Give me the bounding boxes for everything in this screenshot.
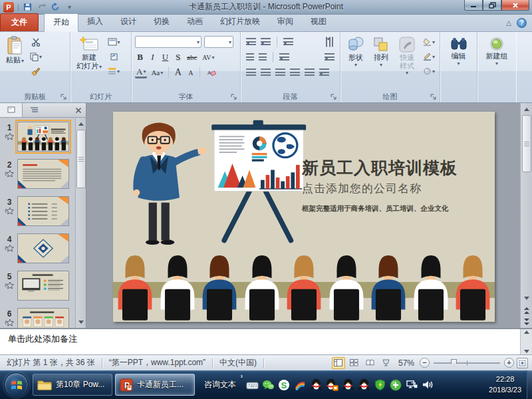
font-size-combobox[interactable]: [204, 36, 233, 48]
notes-scrollbar[interactable]: [520, 329, 532, 354]
tab-outline[interactable]: [23, 103, 45, 117]
close-panel-button[interactable]: [71, 107, 86, 114]
tab-6[interactable]: 审阅: [269, 13, 302, 31]
qq-badge-tray-icon[interactable]: [325, 378, 338, 392]
font-name-combobox[interactable]: [135, 36, 201, 48]
clear-formatting-button[interactable]: A: [204, 66, 219, 79]
help-button[interactable]: ?: [517, 18, 527, 28]
slide-thumbnail[interactable]: [17, 271, 69, 301]
panel-scrollbar-thumb[interactable]: [76, 130, 86, 188]
taskbar-button-0[interactable]: 第10章 Pow...: [33, 374, 112, 396]
reset-button[interactable]: [106, 50, 121, 63]
volume-tray-icon[interactable]: [421, 378, 434, 392]
fit-to-window-button[interactable]: [517, 358, 528, 368]
convert-smartart-button[interactable]: [319, 68, 329, 76]
clipboard-dialog-launcher-icon[interactable]: [61, 94, 67, 100]
align-right-button[interactable]: [275, 68, 285, 76]
show-desktop-button[interactable]: [527, 370, 532, 399]
tab-5[interactable]: 幻灯片放映: [211, 13, 269, 31]
align-center-button[interactable]: [261, 68, 271, 76]
shape-effects-button[interactable]: [422, 65, 436, 78]
redo-button[interactable]: [50, 2, 62, 13]
cut-button[interactable]: [29, 35, 43, 49]
slide-thumbnail[interactable]: [17, 122, 69, 152]
layout-button[interactable]: [106, 35, 121, 49]
zoom-slider[interactable]: [434, 362, 500, 364]
scroll-down-button[interactable]: [76, 317, 86, 327]
shapes-button[interactable]: 形状: [344, 35, 368, 90]
scroll-up-button[interactable]: [521, 104, 532, 114]
rainbow-tray-icon[interactable]: [293, 378, 307, 392]
columns-button[interactable]: [279, 53, 289, 61]
shape-fill-button[interactable]: [422, 35, 436, 49]
zoom-in-button[interactable]: +: [504, 358, 514, 368]
maximize-button[interactable]: [483, 0, 501, 11]
sogou-tray-icon[interactable]: S: [277, 378, 291, 392]
powerpoint-app-icon[interactable]: P: [3, 2, 14, 13]
strikethrough-button[interactable]: abc: [186, 52, 198, 63]
speedball-tray-icon[interactable]: [389, 378, 402, 392]
slide-thumbnail[interactable]: [17, 308, 69, 328]
new-slide-button[interactable]: 新建 幻灯片: [74, 35, 104, 90]
text-direction-button[interactable]: [326, 37, 334, 47]
format-painter-button[interactable]: [29, 65, 43, 78]
editing-button[interactable]: 编辑: [448, 35, 470, 90]
slideshow-view-button[interactable]: [380, 357, 393, 369]
zoom-percentage[interactable]: 57%: [396, 358, 417, 368]
increase-indent-button[interactable]: [259, 53, 267, 61]
italic-button[interactable]: I: [148, 52, 158, 63]
taskbar-button-1[interactable]: P卡通新员工...: [115, 374, 195, 396]
chevron-more-icon[interactable]: »: [240, 374, 243, 380]
font-color-button[interactable]: A: [135, 67, 147, 78]
decrease-indent-button[interactable]: [246, 53, 254, 61]
character-spacing-button[interactable]: AV: [201, 52, 215, 63]
distribute-button[interactable]: [305, 68, 315, 76]
underline-button[interactable]: U: [160, 52, 170, 63]
wechat-tray-icon[interactable]: [261, 378, 275, 392]
minimize-button[interactable]: [464, 0, 483, 11]
previous-slide-button[interactable]: [521, 305, 532, 315]
slide-thumbnail[interactable]: [17, 159, 69, 189]
normal-view-button[interactable]: [332, 357, 345, 369]
network-tray-icon[interactable]: [405, 378, 418, 392]
font-dialog-launcher-icon[interactable]: [231, 94, 237, 100]
shrink-font-button[interactable]: A: [186, 67, 196, 78]
new-group-button[interactable]: 新建组: [483, 35, 511, 90]
qq-tray-icon[interactable]: [357, 378, 370, 392]
taskbar-button-2[interactable]: 咨询文本»: [198, 374, 243, 396]
undo-button[interactable]: [36, 2, 48, 13]
scroll-down-button[interactable]: [521, 293, 532, 303]
drawing-dialog-launcher-icon[interactable]: [430, 94, 437, 100]
start-button[interactable]: [4, 372, 29, 397]
canvas-scrollbar-thumb[interactable]: [522, 115, 531, 172]
reading-view-button[interactable]: [364, 357, 377, 369]
scroll-up-button[interactable]: [76, 118, 86, 129]
tab-1[interactable]: 插入: [78, 13, 112, 31]
next-slide-button[interactable]: [521, 317, 532, 327]
zoom-slider-thumb[interactable]: [451, 359, 457, 367]
tab-3[interactable]: 切换: [145, 13, 178, 31]
tab-slides-thumbnails[interactable]: [0, 103, 23, 117]
copy-button[interactable]: [29, 50, 43, 63]
bullets-button[interactable]: [246, 38, 256, 46]
qq-tray-icon[interactable]: [341, 378, 354, 392]
tab-2[interactable]: 设计: [112, 13, 145, 31]
collapse-ribbon-icon[interactable]: △: [506, 19, 511, 27]
tab-7[interactable]: 视图: [302, 13, 335, 31]
paste-button[interactable]: 粘贴: [3, 35, 27, 90]
zoom-out-button[interactable]: −: [420, 358, 430, 368]
arrange-button[interactable]: 排列: [370, 35, 392, 90]
bold-button[interactable]: B: [135, 52, 145, 63]
slide-sorter-view-button[interactable]: [348, 357, 361, 369]
canvas-scrollbar[interactable]: [520, 103, 532, 328]
language-indicator[interactable]: 中文(中国): [213, 355, 263, 370]
taskbar-clock[interactable]: 22:28 2018/3/23: [483, 374, 527, 396]
slide-thumbnail[interactable]: [17, 196, 69, 226]
panel-scrollbar[interactable]: [75, 118, 86, 328]
keyboard-tray-icon[interactable]: [245, 378, 259, 392]
qq-tray-icon[interactable]: [309, 378, 323, 392]
tab-0[interactable]: 开始: [44, 13, 78, 32]
save-button[interactable]: [22, 2, 34, 13]
notes-placeholder[interactable]: 单击此处添加备注: [0, 329, 520, 354]
shape-outline-button[interactable]: [422, 50, 436, 63]
